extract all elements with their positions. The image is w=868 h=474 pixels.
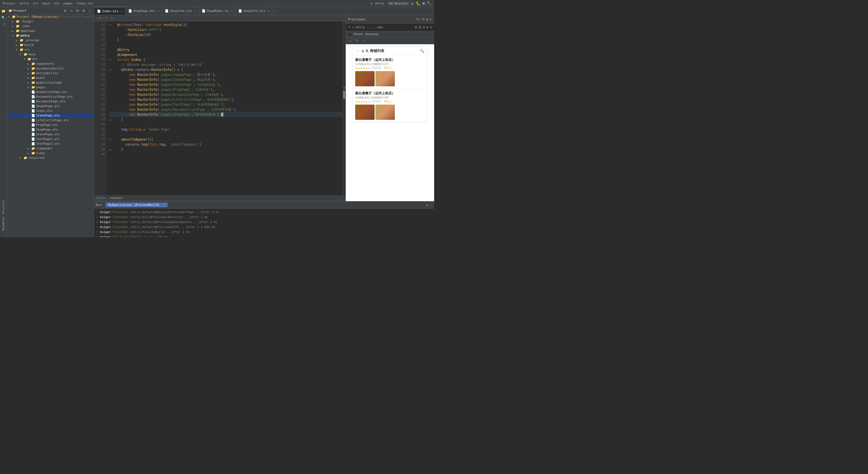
minimize-icon[interactable]: — bbox=[87, 8, 92, 13]
fold-arrow[interactable]: ▼ bbox=[110, 67, 113, 72]
previewer-settings-icon[interactable]: ⚙ bbox=[426, 18, 428, 21]
refresh-icon[interactable]: ⟳ bbox=[422, 18, 425, 21]
tree-item-project-root[interactable]: ▼ 📁 Project [MyApplication] D:\suyou\del… bbox=[7, 14, 94, 19]
tree-item-documentpage[interactable]: 📄 DocumentPage.ets bbox=[7, 99, 94, 104]
tree-item-entryability[interactable]: ▶ 📁 entryability bbox=[7, 71, 94, 75]
tab-close-btn[interactable]: ✕ bbox=[157, 9, 159, 12]
back-nav-icon[interactable]: ◁ bbox=[347, 38, 353, 43]
minimize-panel-icon[interactable]: — bbox=[431, 203, 432, 207]
run-tab-close[interactable]: ✕ bbox=[163, 203, 165, 207]
rating-2: 4.7 bbox=[368, 100, 372, 103]
breadcrumb-ets[interactable]: ets bbox=[54, 2, 59, 5]
tree-item-proppage[interactable]: 📄 PropPage.ets bbox=[7, 123, 94, 127]
breadcrumb-pages[interactable]: pages bbox=[63, 2, 72, 5]
previewer-gear-icon[interactable]: ✕ bbox=[430, 18, 432, 21]
phone-search-icon[interactable]: 🔍 bbox=[420, 49, 425, 53]
zoom-out-icon[interactable]: ⊖ bbox=[430, 26, 432, 29]
tree-item-viewmodel[interactable]: ▶ 📁 viewmodel bbox=[7, 146, 94, 151]
debug-button[interactable]: 🐛 bbox=[416, 1, 421, 5]
more-options-icon[interactable]: ⋯ bbox=[361, 38, 366, 43]
tab-close-btn[interactable]: ✕ bbox=[231, 9, 232, 12]
fold-arrow[interactable]: ▼ bbox=[110, 23, 113, 27]
stars-icon-1: ★★★★★ bbox=[355, 67, 368, 70]
tree-item-preview[interactable]: ▶ 📁 .preview bbox=[7, 38, 94, 43]
tree-item-src[interactable]: ▼ 📁 src bbox=[7, 47, 94, 52]
tab-shoppage[interactable]: 📄 ShopPage.ets ✕ bbox=[125, 7, 162, 15]
scroll-to-source-icon[interactable]: ↔ bbox=[69, 8, 74, 13]
phone-back-btn[interactable]: ← bbox=[356, 49, 360, 53]
fold-arrow[interactable]: ▲ bbox=[110, 117, 113, 122]
layout-list-icon[interactable]: ☰ bbox=[418, 26, 422, 29]
tab-close-btn[interactable]: ✕ bbox=[194, 9, 196, 12]
tree-item-statepage[interactable]: 📄 StatePage.ets bbox=[7, 132, 94, 137]
tab-shopitem[interactable]: 📄 ShopItem.ets ✕ bbox=[162, 7, 199, 15]
tree-item-itemspage[interactable]: 📄 ItemsPage.ets bbox=[7, 113, 94, 118]
breakpoint-dot[interactable] bbox=[113, 27, 117, 32]
breadcrumb-main[interactable]: main bbox=[42, 2, 50, 5]
structure-btn[interactable]: Structure bbox=[0, 200, 6, 215]
build-button[interactable]: 🔨 bbox=[427, 1, 431, 5]
layout-grid-icon[interactable]: ⊞ bbox=[415, 26, 417, 29]
tree-item-ets[interactable]: ▼ 📁 ets bbox=[7, 57, 94, 61]
tree-item-documentability[interactable]: ▶ 📁 documentability bbox=[7, 66, 94, 71]
collapse-all-icon[interactable]: ⊟ bbox=[63, 8, 68, 13]
fold-arrow[interactable]: ▼ bbox=[110, 137, 113, 142]
tree-item-pages[interactable]: ▼ 📁 pages bbox=[7, 85, 94, 90]
tab-close-btn[interactable]: ✕ bbox=[121, 10, 122, 13]
project-dropdown[interactable]: entry bbox=[375, 2, 384, 5]
settings-icon[interactable]: ⚙ bbox=[370, 1, 372, 5]
tree-item-build[interactable]: ▶ 📁 build bbox=[7, 43, 94, 47]
tree-item-hvigor[interactable]: ▶ 📁 .hvigor bbox=[7, 19, 94, 24]
rotate-icon[interactable]: ⟳ bbox=[354, 38, 360, 43]
tree-item-entry[interactable]: ▼ 📁 entry bbox=[7, 33, 94, 38]
tree-item-idea[interactable]: ▶ 📁 .idea bbox=[7, 24, 94, 29]
tree-item-resources[interactable]: ▶ 📁 resources bbox=[7, 156, 94, 160]
project-view-btn[interactable]: 📁 bbox=[0, 8, 6, 14]
breadcrumb-entry[interactable]: entry bbox=[20, 2, 29, 5]
run-button[interactable]: ▶ bbox=[411, 1, 414, 6]
addr-switch-icon[interactable]: ⇄ bbox=[352, 26, 354, 29]
tab-shopmodel[interactable]: 📄 ShopModel.ts ✕ bbox=[199, 7, 236, 15]
tab-myapplication-run[interactable]: MyApplication [PreviewBuild] ✕ bbox=[105, 203, 168, 207]
tab-shopinfo[interactable]: 📄 ShopInfo.ets ✕ bbox=[236, 7, 272, 15]
log-arrow-icon: ➤ bbox=[96, 235, 98, 237]
gear-icon[interactable]: ⚙ bbox=[81, 8, 86, 13]
scrollbar[interactable] bbox=[343, 21, 345, 195]
tree-item-testpage1[interactable]: 📄 TestPage1.ets bbox=[7, 137, 94, 141]
tree-item-imagepage[interactable]: 📄 ImagePage.ets bbox=[7, 104, 94, 108]
tab-close-btn[interactable]: ✕ bbox=[268, 9, 269, 12]
refresh-addr-icon[interactable]: ⟲ bbox=[348, 26, 350, 29]
fold-arrow[interactable]: ▼ bbox=[110, 57, 113, 62]
bookmarks-btn[interactable]: Bookmarks bbox=[0, 216, 6, 232]
fold-arrow[interactable]: ▲ bbox=[110, 147, 113, 152]
tree-item-documentlistpage[interactable]: 📄 DocumentListPage.ets bbox=[7, 94, 94, 99]
tree-item-appscope[interactable]: ▶ 📁 AppScope bbox=[7, 29, 94, 33]
font-size-icon[interactable]: T↕ bbox=[416, 18, 420, 21]
tree-item-lifecirclepage[interactable]: 📄 LifeCirclePage.ets bbox=[7, 118, 94, 123]
code-content-area[interactable]: 14 15 16 17 18 19 20 21 22 23 24 25 26 2… bbox=[94, 21, 345, 195]
tree-item-myabilitystage[interactable]: ▶ 📁 myabilitystage bbox=[7, 80, 94, 85]
tab-more-btn[interactable]: ⋯ bbox=[272, 9, 278, 13]
stop-button[interactable]: ⏹ bbox=[422, 1, 426, 5]
tree-item-testpage2[interactable]: 📄 TestPage2.ets bbox=[7, 141, 94, 146]
breadcrumb-src[interactable]: src bbox=[33, 2, 38, 5]
tree-item-model[interactable]: ▶ 📁 model bbox=[7, 75, 94, 80]
vcs-btn[interactable]: ⎇ bbox=[0, 21, 6, 27]
tree-item-indexets[interactable]: 📄 Index.ets bbox=[7, 108, 94, 113]
tree-item-components[interactable]: ▶ 📁 components bbox=[7, 61, 94, 66]
tree-item-views[interactable]: ▶ 📁 views bbox=[7, 151, 94, 156]
search-btn[interactable]: 🔍 bbox=[0, 15, 6, 21]
no-devices-button[interactable]: No Devices bbox=[387, 1, 410, 5]
expand-icon[interactable]: ⊡ bbox=[423, 26, 425, 29]
code-lines[interactable]: ▼ @Extend(Text) function textStyle(){ .f… bbox=[107, 21, 343, 195]
tree-item-shoppage[interactable]: 📄 ShopPage.ets bbox=[7, 127, 94, 132]
tree-item-main[interactable]: ▼ 📁 main bbox=[7, 52, 94, 57]
tab-indexets[interactable]: 📄 Index.ets ✕ bbox=[94, 7, 125, 15]
breadcrumb-routers[interactable]: routers bbox=[110, 196, 122, 200]
sync-icon[interactable]: ⟳ bbox=[75, 8, 80, 13]
breadcrumb-index[interactable]: Index bbox=[96, 196, 105, 200]
tree-item-animationpage[interactable]: 📄 AnimationPage.ets bbox=[7, 90, 94, 94]
run-settings-icon[interactable]: ⚙ bbox=[426, 203, 428, 207]
zoom-in-icon[interactable]: ⊕ bbox=[427, 26, 429, 29]
breadcrumb-project[interactable]: Project bbox=[3, 2, 16, 5]
